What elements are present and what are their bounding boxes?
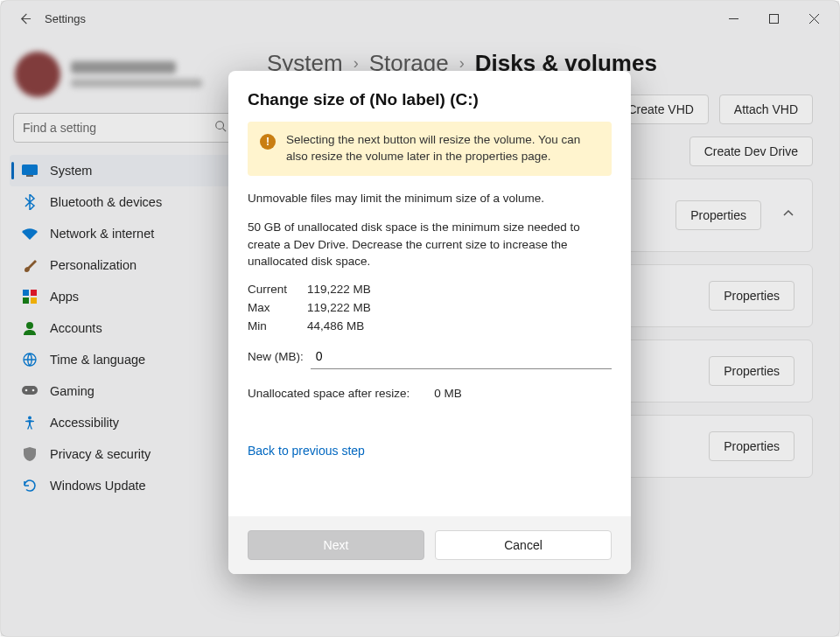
user-card[interactable] (10, 43, 237, 109)
nav-label: Bluetooth & devices (50, 195, 162, 209)
svg-rect-5 (31, 290, 37, 296)
create-dev-drive-button[interactable]: Create Dev Drive (690, 136, 813, 166)
warning-banner: ! Selecting the next button will resize … (248, 122, 612, 176)
svg-rect-0 (769, 14, 778, 23)
maximize-button[interactable] (753, 4, 794, 32)
next-button[interactable]: Next (248, 530, 424, 560)
chevron-right-icon: › (354, 54, 359, 73)
attach-vhd-button[interactable]: Attach VHD (719, 94, 813, 124)
svg-rect-6 (23, 298, 29, 304)
nav-label: Privacy & security (50, 447, 150, 461)
unallocated-row: Unallocated space after resize: 0 MB (248, 387, 612, 400)
chevron-right-icon: › (459, 54, 465, 73)
nav-gaming[interactable]: Gaming (10, 375, 237, 407)
minimize-icon (729, 14, 738, 24)
avatar (15, 52, 60, 97)
warning-icon: ! (260, 134, 276, 150)
nav-network[interactable]: Network & internet (10, 218, 237, 249)
cancel-button[interactable]: Cancel (435, 530, 612, 560)
svg-rect-10 (22, 386, 38, 395)
nav-time[interactable]: Time & language (10, 344, 237, 375)
svg-point-12 (32, 389, 35, 392)
wifi-icon (22, 228, 38, 240)
accessibility-icon (22, 416, 38, 430)
value-current: 119,222 MB (307, 283, 612, 296)
info-text: Unmovable files may limit the minimum si… (248, 190, 612, 207)
resize-dialog: Change size of (No label) (C:) ! Selecti… (228, 71, 631, 574)
nav-update[interactable]: Windows Update (10, 470, 237, 501)
properties-button[interactable]: Properties (709, 356, 794, 386)
nav-label: System (50, 164, 92, 178)
properties-button[interactable]: Properties (709, 431, 794, 461)
warning-text: Selecting the next button will resize th… (286, 132, 599, 165)
nav-label: Time & language (50, 353, 145, 367)
size-stats: Current 119,222 MB Max 119,222 MB Min 44… (248, 283, 612, 332)
nav-bluetooth[interactable]: Bluetooth & devices (10, 186, 237, 218)
close-icon (809, 14, 819, 24)
nav-accounts[interactable]: Accounts (10, 312, 237, 344)
nav-privacy[interactable]: Privacy & security (10, 438, 237, 470)
nav-label: Personalization (50, 258, 136, 272)
search-icon (214, 120, 227, 136)
dialog-footer: Next Cancel (228, 516, 631, 574)
update-icon (22, 479, 38, 493)
nav-label: Network & internet (50, 227, 154, 241)
value-max: 119,222 MB (307, 301, 612, 314)
close-button[interactable] (794, 4, 834, 32)
titlebar: Settings (1, 1, 839, 36)
nav-label: Gaming (50, 384, 94, 398)
label-max: Max (248, 301, 307, 314)
maximize-icon (769, 14, 779, 24)
nav-label: Windows Update (50, 479, 146, 493)
back-link[interactable]: Back to previous step (248, 444, 612, 458)
nav-list: System Bluetooth & devices Network & int… (10, 155, 237, 501)
arrow-left-icon (18, 12, 32, 25)
gamepad-icon (22, 386, 38, 396)
chevron-up-icon (782, 207, 794, 223)
shield-icon (22, 447, 38, 461)
svg-rect-4 (23, 290, 29, 296)
minimize-button[interactable] (713, 4, 753, 32)
dialog-title: Change size of (No label) (C:) (248, 90, 612, 109)
search-box (13, 113, 234, 143)
apps-icon (22, 290, 38, 304)
svg-rect-2 (22, 164, 38, 175)
label-unallocated: Unallocated space after resize: (248, 387, 410, 400)
display-icon (22, 164, 38, 177)
nav-accessibility[interactable]: Accessibility (10, 407, 237, 438)
nav-personalization[interactable]: Personalization (10, 249, 237, 281)
brush-icon (22, 258, 38, 272)
globe-icon (22, 353, 38, 367)
nav-label: Accessibility (50, 416, 119, 430)
info-text: 50 GB of unallocated disk space is the m… (248, 219, 612, 270)
new-size-input[interactable] (311, 343, 612, 369)
bluetooth-icon (22, 194, 38, 210)
properties-button[interactable]: Properties (676, 200, 761, 230)
person-icon (22, 321, 38, 335)
svg-rect-7 (31, 298, 37, 304)
svg-point-8 (26, 322, 33, 329)
svg-rect-3 (26, 175, 33, 177)
label-min: Min (248, 319, 307, 332)
nav-label: Accounts (50, 321, 102, 335)
search-input[interactable] (13, 113, 234, 143)
svg-point-1 (216, 122, 224, 130)
value-min: 44,486 MB (307, 319, 612, 332)
sidebar: System Bluetooth & devices Network & int… (1, 36, 246, 636)
properties-button[interactable]: Properties (709, 281, 794, 311)
nav-apps[interactable]: Apps (10, 281, 237, 312)
label-new: New (MB): (248, 350, 304, 363)
svg-point-11 (25, 389, 28, 392)
svg-point-13 (28, 416, 32, 420)
value-unallocated: 0 MB (434, 387, 462, 400)
nav-system[interactable]: System (10, 155, 237, 186)
window-title: Settings (45, 12, 86, 25)
back-button[interactable] (11, 5, 38, 32)
label-current: Current (248, 283, 307, 296)
nav-label: Apps (50, 290, 79, 304)
